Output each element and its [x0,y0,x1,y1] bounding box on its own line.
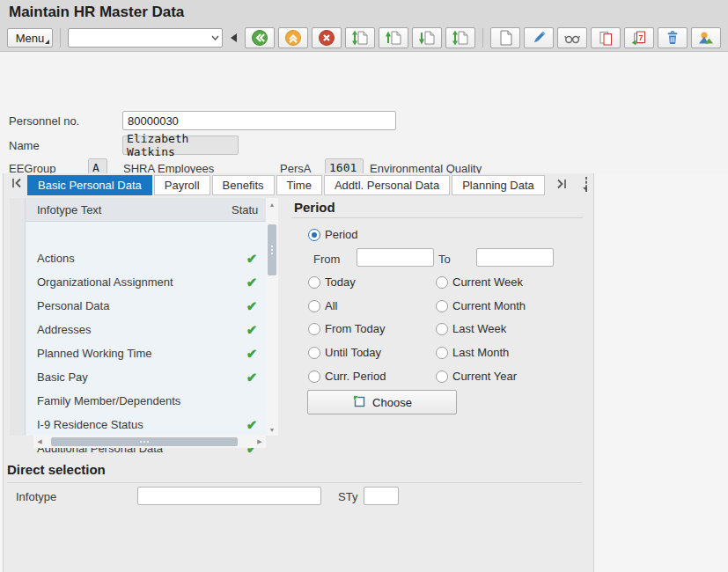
check-icon: ✔ [239,251,265,267]
change-button[interactable] [524,27,554,48]
tab-basic-personal-data[interactable]: Basic Personal Data [27,175,152,195]
infotype-table: Infotype Text Statu Actions✔ Organizatio… [10,198,266,436]
cancel-icon [318,29,335,47]
collapse-toolbar-icon[interactable] [231,33,237,42]
radio-selected-icon[interactable] [308,229,320,241]
radio-icon[interactable] [436,347,448,359]
radio-icon[interactable] [308,323,320,335]
toolbar-divider [60,28,61,48]
table-row[interactable]: I-9 Residence Status✔ [25,413,266,436]
infotype-input[interactable] [137,487,321,505]
first-page-button[interactable] [345,27,375,48]
radio-current-month[interactable]: Current Month [436,299,526,312]
delete-icon [664,29,681,47]
scroll-up-icon[interactable]: ▲ [266,198,278,210]
vertical-scrollbar-thumb[interactable] [268,224,276,275]
radio-icon[interactable] [436,323,448,335]
display-button[interactable] [557,27,587,48]
radio-all[interactable]: All [308,299,337,312]
table-row[interactable]: Organizational Assignment✔ [25,270,266,294]
radio-icon[interactable] [308,300,320,312]
horizontal-scrollbar[interactable]: ◀ ▶ [33,436,266,448]
scroll-left-icon[interactable]: ◀ [33,436,46,448]
back-button[interactable] [245,27,275,48]
radio-curr-period[interactable]: Curr. Period [308,370,386,383]
svg-text:7: 7 [638,33,643,42]
from-date-input[interactable] [357,248,434,267]
to-date-input[interactable] [476,248,554,267]
copy-icon [597,29,614,47]
last-page-button[interactable] [445,27,475,48]
cancel-button[interactable] [312,27,342,48]
radio-icon[interactable] [308,370,320,383]
radio-from-today[interactable]: From Today [308,322,385,335]
menu-button-label: Menu [16,32,45,45]
radio-today[interactable]: Today [308,275,356,289]
row-selection-column[interactable] [10,198,26,436]
radio-last-month[interactable]: Last Month [436,346,509,359]
create-button[interactable] [490,27,520,48]
menu-corner-icon [45,40,49,44]
period-divider [291,217,583,218]
command-field[interactable] [68,28,223,48]
sty-input[interactable] [364,487,399,505]
radio-last-week[interactable]: Last Week [436,322,506,335]
tab-payroll[interactable]: Payroll [154,175,210,195]
command-input[interactable] [69,29,208,47]
tab-benefits[interactable]: Benefits [212,175,275,195]
radio-current-week[interactable]: Current Week [436,275,523,289]
radio-icon[interactable] [436,276,448,289]
menu-button[interactable]: Menu [7,28,53,48]
sty-label: STy [338,490,357,503]
radio-period[interactable]: Period [308,228,358,241]
horizontal-scrollbar-thumb[interactable] [51,437,238,446]
table-row[interactable]: Planned Working Time✔ [25,341,266,365]
create-icon [496,29,514,47]
next-page-icon [418,29,436,47]
infotype-table-header: Infotype Text Statu [10,198,266,222]
vertical-scrollbar[interactable]: ▲ ▼ [266,198,278,436]
chevron-down-icon[interactable] [208,35,222,40]
table-row[interactable]: Basic Pay✔ [25,365,266,389]
delete-button[interactable] [658,27,688,48]
exit-icon [284,29,302,47]
tabs-scroll-left-icon[interactable] [11,178,23,191]
radio-until-today[interactable]: Until Today [308,346,381,359]
table-row[interactable]: Family Member/Dependents [25,389,266,413]
scroll-down-icon[interactable]: ▼ [266,423,278,436]
exit-button[interactable] [278,27,308,48]
copy-button[interactable] [591,27,621,48]
table-row[interactable]: Actions✔ [25,246,266,270]
last-page-icon [452,29,469,47]
next-page-button[interactable] [412,27,442,48]
overview-button[interactable] [691,27,721,48]
personnel-no-label: Personnel no. [9,114,79,128]
infotype-label: Infotype [16,490,56,503]
detach-tab-icon[interactable] [585,178,587,191]
previous-page-button[interactable] [379,27,408,48]
radio-icon[interactable] [308,276,320,289]
change-icon [530,29,548,47]
delimit-button[interactable]: 7 [624,27,654,48]
choose-button-label: Choose [372,396,412,409]
radio-icon[interactable] [436,300,448,312]
choose-icon [352,394,366,411]
tab-panel: Basic Personal Data Payroll Benefits Tim… [3,173,594,572]
radio-current-year[interactable]: Current Year [436,370,517,383]
radio-icon[interactable] [308,347,320,359]
personnel-no-input[interactable] [122,111,396,130]
header-band: Maintain HR Master Data Menu [0,0,728,52]
choose-button[interactable]: Choose [307,390,457,414]
radio-icon[interactable] [436,370,448,383]
sap-window: Maintain HR Master Data Menu [0,0,728,572]
table-row[interactable]: Personal Data✔ [25,294,266,318]
check-icon: ✔ [239,275,265,290]
name-label: Name [9,139,40,152]
check-icon: ✔ [239,298,265,314]
table-row[interactable]: Addresses✔ [25,318,266,341]
check-icon: ✔ [239,370,265,385]
direct-selection-divider [7,482,582,483]
scroll-right-icon[interactable]: ▶ [254,436,266,448]
direct-selection-title: Direct selection [7,462,106,477]
previous-page-icon [385,29,402,47]
